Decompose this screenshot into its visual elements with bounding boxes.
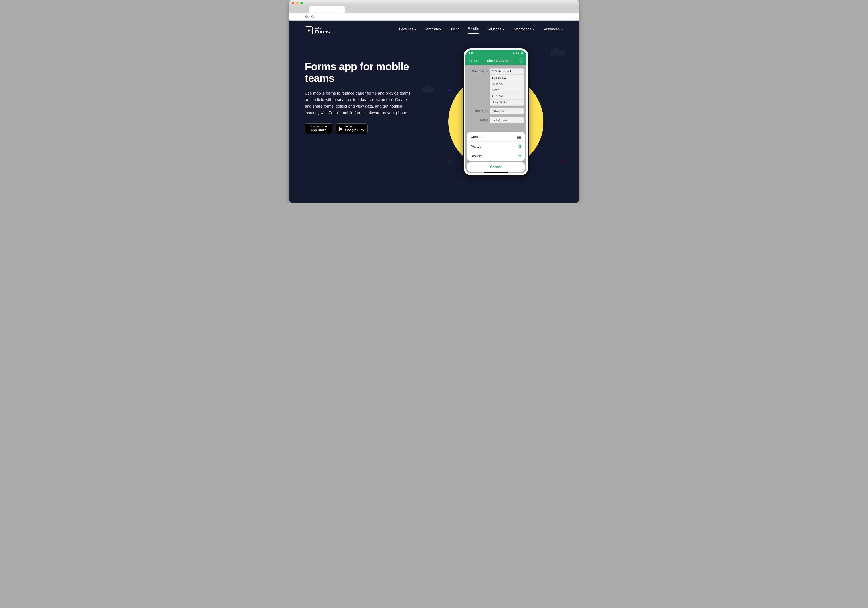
hero-copy: Forms app for mobile teams Use mobile fo… xyxy=(305,48,420,176)
chevron-right-icon: › xyxy=(521,119,522,121)
google-play-icon: ▶ xyxy=(339,126,343,132)
nav-item-resources[interactable]: Resources▼ xyxy=(543,27,563,33)
sheet-item-label: Camera xyxy=(471,135,482,138)
sheet-item-browse[interactable]: Browse••• xyxy=(467,151,525,160)
address-line-input[interactable]: Austin xyxy=(490,87,524,93)
signal-icon: ▮▮▮ xyxy=(513,52,517,54)
address-line-input[interactable]: Tx 78744 xyxy=(490,93,524,100)
wifi-icon: ᯤ xyxy=(518,52,521,54)
nav-item-label: Pricing xyxy=(449,27,460,31)
chevron-down-icon: ▼ xyxy=(415,28,417,31)
browser-window: + ← → ⟳ ⚲ ··· F Zoho Forms Features▼Temp… xyxy=(289,0,579,203)
input-value: Austin xyxy=(492,89,499,92)
browser-reload-button[interactable]: ⟳ xyxy=(305,15,308,19)
address-line-input[interactable]: Building 310 xyxy=(490,75,524,81)
input-value: 6800 Burleson Rd xyxy=(492,70,513,73)
new-tab-button[interactable]: + xyxy=(346,7,351,12)
image-icon: 🖼 xyxy=(518,145,521,148)
battery-icon: ▮▮ xyxy=(521,52,523,54)
google-play-badge[interactable]: ▶ GET IT ON Google Play xyxy=(336,123,367,134)
camera-icon: 📷 xyxy=(517,135,521,139)
sheet-item-camera[interactable]: Camera📷 xyxy=(467,132,525,142)
phone-statusbar: 9:41 ▮▮▮ ᯤ ▮▮ xyxy=(465,50,527,56)
action-sheet: Camera📷Photos🖼Browse••• Cancel xyxy=(467,132,525,172)
window-titlebar xyxy=(289,0,579,6)
nav-item-mobile[interactable]: Mobile xyxy=(468,27,479,34)
page-content: F Zoho Forms Features▼TemplatesPricingMo… xyxy=(289,20,579,203)
navbar-title: Site Inspection xyxy=(487,59,510,62)
form-area: Site Location 6800 Burleson RdBuilding 3… xyxy=(465,65,527,127)
field-inputs: 6800 Burleson RdBuilding 310Suite 200Aus… xyxy=(490,68,524,106)
logo-mark-icon: F xyxy=(305,26,313,34)
nav-item-integrations[interactable]: Integrations▼ xyxy=(513,27,535,33)
nav-item-label: Templates xyxy=(425,27,441,31)
field-label: Material ID xyxy=(468,108,488,113)
nav-item-label: Solutions xyxy=(487,27,501,31)
status-time: 9:41 xyxy=(468,52,473,54)
field-label: Status xyxy=(468,117,488,121)
address-line-input[interactable]: United States› xyxy=(490,100,524,106)
window-minimize-button[interactable] xyxy=(296,2,299,5)
navbar-cancel-button[interactable]: Cancel xyxy=(468,59,478,62)
address-line-input[interactable]: 6800 Burleson Rd xyxy=(490,68,524,75)
navbar-more-button[interactable]: ⋯ xyxy=(519,58,523,63)
site-logo[interactable]: F Zoho Forms xyxy=(305,26,330,34)
material-id-input[interactable]: 654ABC78 xyxy=(490,108,524,115)
hero-section: + Forms app for mobile teams Use mobile … xyxy=(289,34,579,176)
input-value: Tx 78744 xyxy=(492,95,503,98)
site-header: F Zoho Forms Features▼TemplatesPricingMo… xyxy=(289,20,579,34)
browser-menu-button[interactable]: ··· xyxy=(571,14,576,19)
field-inputs: Faulty/Repair › xyxy=(490,117,524,123)
field-status: Status Faulty/Repair › xyxy=(468,117,524,123)
square-decoration xyxy=(561,160,563,163)
browser-forward-button[interactable]: → xyxy=(299,15,302,19)
browser-back-button[interactable]: ← xyxy=(292,15,296,19)
logo-brand: Zoho xyxy=(315,26,330,29)
status-indicators: ▮▮▮ ᯤ ▮▮ xyxy=(513,52,523,54)
circle-decoration xyxy=(449,160,451,163)
input-value: Faulty/Repair xyxy=(492,119,507,122)
primary-nav: Features▼TemplatesPricingMobileSolutions… xyxy=(399,27,563,34)
field-site-location: Site Location 6800 Burleson RdBuilding 3… xyxy=(468,68,524,106)
sheet-item-photos[interactable]: Photos🖼 xyxy=(467,142,525,151)
traffic-lights xyxy=(291,2,303,5)
sheet-item-label: Photos xyxy=(471,145,481,148)
nav-item-label: Resources xyxy=(543,27,560,31)
logo-text: Zoho Forms xyxy=(315,26,330,34)
chevron-down-icon: ▼ xyxy=(533,28,535,31)
input-value: Suite 200 xyxy=(492,82,503,86)
play-name: Google Play xyxy=(345,128,364,132)
logo-product: Forms xyxy=(315,29,330,34)
home-indicator[interactable] xyxy=(484,172,508,173)
browser-tab[interactable] xyxy=(309,6,345,12)
dots-icon: ••• xyxy=(518,154,521,158)
nav-item-templates[interactable]: Templates xyxy=(425,27,441,33)
window-close-button[interactable] xyxy=(291,2,294,5)
sheet-cancel-button[interactable]: Cancel xyxy=(467,162,525,172)
play-topline: GET IT ON xyxy=(345,125,356,128)
app-store-badge[interactable]: Download on the App Store xyxy=(305,123,332,134)
status-select[interactable]: Faulty/Repair › xyxy=(490,117,524,123)
window-maximize-button[interactable] xyxy=(301,2,303,5)
nav-item-label: Mobile xyxy=(468,27,479,31)
app-navbar: Cancel Site Inspection ⋯ xyxy=(465,56,527,65)
nav-item-features[interactable]: Features▼ xyxy=(399,27,417,33)
hero-body: Use mobile forms to replace paper forms … xyxy=(305,90,413,117)
chevron-down-icon: ▼ xyxy=(561,28,563,31)
chevron-down-icon: ▼ xyxy=(502,28,505,31)
address-line-input[interactable]: Suite 200 xyxy=(490,81,524,87)
browser-tabbar: + xyxy=(289,6,579,12)
browser-toolbar: ← → ⟳ ⚲ ··· xyxy=(289,12,579,20)
hero-title: Forms app for mobile teams xyxy=(305,61,420,84)
nav-item-pricing[interactable]: Pricing xyxy=(449,27,460,33)
appstore-name: App Store xyxy=(310,128,327,132)
input-value: 654ABC78 xyxy=(492,110,505,113)
sheet-item-label: Browse xyxy=(471,154,482,158)
nav-item-label: Integrations xyxy=(513,27,531,31)
input-value: United States xyxy=(492,101,508,104)
field-inputs: 654ABC78 xyxy=(490,108,524,115)
nav-item-label: Features xyxy=(399,27,413,31)
appstore-topline: Download on the xyxy=(310,125,327,128)
field-material-id: Material ID 654ABC78 xyxy=(468,108,524,115)
nav-item-solutions[interactable]: Solutions▼ xyxy=(487,27,505,33)
